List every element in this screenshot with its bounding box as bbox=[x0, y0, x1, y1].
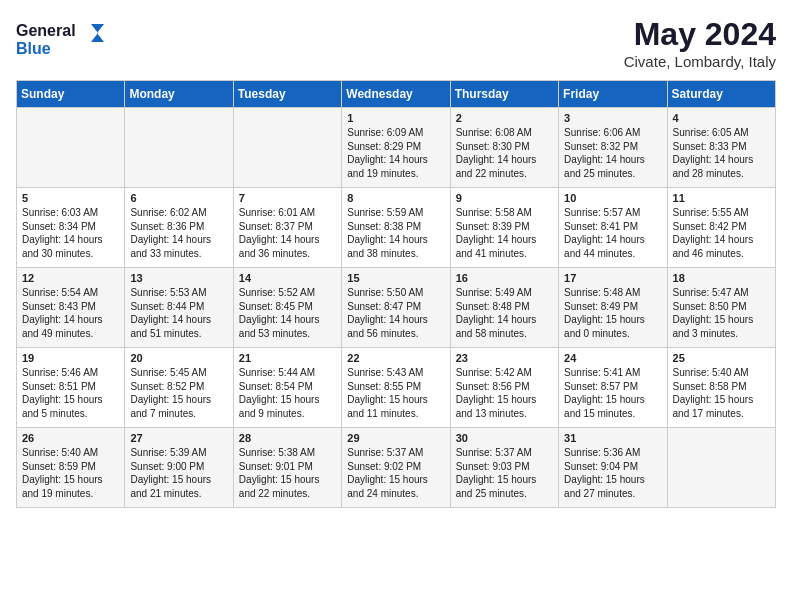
calendar-cell: 29Sunrise: 5:37 AM Sunset: 9:02 PM Dayli… bbox=[342, 428, 450, 508]
day-number: 16 bbox=[456, 272, 553, 284]
calendar-cell: 24Sunrise: 5:41 AM Sunset: 8:57 PM Dayli… bbox=[559, 348, 667, 428]
svg-text:General: General bbox=[16, 22, 76, 39]
calendar-cell: 31Sunrise: 5:36 AM Sunset: 9:04 PM Dayli… bbox=[559, 428, 667, 508]
day-number: 15 bbox=[347, 272, 444, 284]
day-number: 9 bbox=[456, 192, 553, 204]
calendar-cell: 26Sunrise: 5:40 AM Sunset: 8:59 PM Dayli… bbox=[17, 428, 125, 508]
cell-info: Sunrise: 5:37 AM Sunset: 9:02 PM Dayligh… bbox=[347, 446, 444, 500]
calendar-cell: 1Sunrise: 6:09 AM Sunset: 8:29 PM Daylig… bbox=[342, 108, 450, 188]
cell-info: Sunrise: 5:49 AM Sunset: 8:48 PM Dayligh… bbox=[456, 286, 553, 340]
svg-marker-1 bbox=[91, 24, 104, 42]
cell-info: Sunrise: 6:09 AM Sunset: 8:29 PM Dayligh… bbox=[347, 126, 444, 180]
day-number: 28 bbox=[239, 432, 336, 444]
cell-info: Sunrise: 5:37 AM Sunset: 9:03 PM Dayligh… bbox=[456, 446, 553, 500]
calendar-cell bbox=[125, 108, 233, 188]
cell-info: Sunrise: 5:57 AM Sunset: 8:41 PM Dayligh… bbox=[564, 206, 661, 260]
cell-info: Sunrise: 5:36 AM Sunset: 9:04 PM Dayligh… bbox=[564, 446, 661, 500]
cell-info: Sunrise: 6:01 AM Sunset: 8:37 PM Dayligh… bbox=[239, 206, 336, 260]
calendar-cell: 27Sunrise: 5:39 AM Sunset: 9:00 PM Dayli… bbox=[125, 428, 233, 508]
month-title: May 2024 bbox=[624, 16, 776, 53]
calendar-cell bbox=[667, 428, 775, 508]
cell-info: Sunrise: 5:46 AM Sunset: 8:51 PM Dayligh… bbox=[22, 366, 119, 420]
calendar-cell: 5Sunrise: 6:03 AM Sunset: 8:34 PM Daylig… bbox=[17, 188, 125, 268]
calendar-cell: 19Sunrise: 5:46 AM Sunset: 8:51 PM Dayli… bbox=[17, 348, 125, 428]
weekday-header-thursday: Thursday bbox=[450, 81, 558, 108]
weekday-header-saturday: Saturday bbox=[667, 81, 775, 108]
day-number: 11 bbox=[673, 192, 770, 204]
calendar-cell: 22Sunrise: 5:43 AM Sunset: 8:55 PM Dayli… bbox=[342, 348, 450, 428]
cell-info: Sunrise: 5:50 AM Sunset: 8:47 PM Dayligh… bbox=[347, 286, 444, 340]
weekday-header-row: SundayMondayTuesdayWednesdayThursdayFrid… bbox=[17, 81, 776, 108]
day-number: 23 bbox=[456, 352, 553, 364]
cell-info: Sunrise: 6:05 AM Sunset: 8:33 PM Dayligh… bbox=[673, 126, 770, 180]
calendar-cell: 10Sunrise: 5:57 AM Sunset: 8:41 PM Dayli… bbox=[559, 188, 667, 268]
calendar-cell: 2Sunrise: 6:08 AM Sunset: 8:30 PM Daylig… bbox=[450, 108, 558, 188]
calendar-cell: 9Sunrise: 5:58 AM Sunset: 8:39 PM Daylig… bbox=[450, 188, 558, 268]
cell-info: Sunrise: 5:54 AM Sunset: 8:43 PM Dayligh… bbox=[22, 286, 119, 340]
day-number: 7 bbox=[239, 192, 336, 204]
day-number: 10 bbox=[564, 192, 661, 204]
cell-info: Sunrise: 6:02 AM Sunset: 8:36 PM Dayligh… bbox=[130, 206, 227, 260]
day-number: 3 bbox=[564, 112, 661, 124]
location-title: Civate, Lombardy, Italy bbox=[624, 53, 776, 70]
day-number: 12 bbox=[22, 272, 119, 284]
calendar-cell: 16Sunrise: 5:49 AM Sunset: 8:48 PM Dayli… bbox=[450, 268, 558, 348]
calendar-cell: 23Sunrise: 5:42 AM Sunset: 8:56 PM Dayli… bbox=[450, 348, 558, 428]
calendar-cell: 11Sunrise: 5:55 AM Sunset: 8:42 PM Dayli… bbox=[667, 188, 775, 268]
cell-info: Sunrise: 5:40 AM Sunset: 8:58 PM Dayligh… bbox=[673, 366, 770, 420]
week-row-4: 19Sunrise: 5:46 AM Sunset: 8:51 PM Dayli… bbox=[17, 348, 776, 428]
week-row-2: 5Sunrise: 6:03 AM Sunset: 8:34 PM Daylig… bbox=[17, 188, 776, 268]
cell-info: Sunrise: 5:48 AM Sunset: 8:49 PM Dayligh… bbox=[564, 286, 661, 340]
cell-info: Sunrise: 6:08 AM Sunset: 8:30 PM Dayligh… bbox=[456, 126, 553, 180]
page-header: General Blue May 2024 Civate, Lombardy, … bbox=[16, 16, 776, 70]
day-number: 22 bbox=[347, 352, 444, 364]
calendar-cell: 12Sunrise: 5:54 AM Sunset: 8:43 PM Dayli… bbox=[17, 268, 125, 348]
weekday-header-sunday: Sunday bbox=[17, 81, 125, 108]
day-number: 2 bbox=[456, 112, 553, 124]
cell-info: Sunrise: 5:43 AM Sunset: 8:55 PM Dayligh… bbox=[347, 366, 444, 420]
cell-info: Sunrise: 6:06 AM Sunset: 8:32 PM Dayligh… bbox=[564, 126, 661, 180]
day-number: 29 bbox=[347, 432, 444, 444]
week-row-1: 1Sunrise: 6:09 AM Sunset: 8:29 PM Daylig… bbox=[17, 108, 776, 188]
day-number: 19 bbox=[22, 352, 119, 364]
calendar-cell bbox=[233, 108, 341, 188]
day-number: 21 bbox=[239, 352, 336, 364]
cell-info: Sunrise: 5:45 AM Sunset: 8:52 PM Dayligh… bbox=[130, 366, 227, 420]
cell-info: Sunrise: 5:38 AM Sunset: 9:01 PM Dayligh… bbox=[239, 446, 336, 500]
day-number: 6 bbox=[130, 192, 227, 204]
calendar-cell: 15Sunrise: 5:50 AM Sunset: 8:47 PM Dayli… bbox=[342, 268, 450, 348]
week-row-3: 12Sunrise: 5:54 AM Sunset: 8:43 PM Dayli… bbox=[17, 268, 776, 348]
cell-info: Sunrise: 5:44 AM Sunset: 8:54 PM Dayligh… bbox=[239, 366, 336, 420]
svg-text:Blue: Blue bbox=[16, 40, 51, 57]
day-number: 25 bbox=[673, 352, 770, 364]
cell-info: Sunrise: 5:58 AM Sunset: 8:39 PM Dayligh… bbox=[456, 206, 553, 260]
cell-info: Sunrise: 5:42 AM Sunset: 8:56 PM Dayligh… bbox=[456, 366, 553, 420]
cell-info: Sunrise: 5:39 AM Sunset: 9:00 PM Dayligh… bbox=[130, 446, 227, 500]
day-number: 5 bbox=[22, 192, 119, 204]
calendar-cell: 3Sunrise: 6:06 AM Sunset: 8:32 PM Daylig… bbox=[559, 108, 667, 188]
day-number: 30 bbox=[456, 432, 553, 444]
calendar-cell: 8Sunrise: 5:59 AM Sunset: 8:38 PM Daylig… bbox=[342, 188, 450, 268]
logo: General Blue bbox=[16, 16, 106, 61]
calendar-cell: 18Sunrise: 5:47 AM Sunset: 8:50 PM Dayli… bbox=[667, 268, 775, 348]
day-number: 31 bbox=[564, 432, 661, 444]
cell-info: Sunrise: 5:53 AM Sunset: 8:44 PM Dayligh… bbox=[130, 286, 227, 340]
calendar-cell: 17Sunrise: 5:48 AM Sunset: 8:49 PM Dayli… bbox=[559, 268, 667, 348]
cell-info: Sunrise: 5:59 AM Sunset: 8:38 PM Dayligh… bbox=[347, 206, 444, 260]
weekday-header-tuesday: Tuesday bbox=[233, 81, 341, 108]
calendar-cell: 20Sunrise: 5:45 AM Sunset: 8:52 PM Dayli… bbox=[125, 348, 233, 428]
day-number: 13 bbox=[130, 272, 227, 284]
calendar-table: SundayMondayTuesdayWednesdayThursdayFrid… bbox=[16, 80, 776, 508]
calendar-cell: 21Sunrise: 5:44 AM Sunset: 8:54 PM Dayli… bbox=[233, 348, 341, 428]
day-number: 27 bbox=[130, 432, 227, 444]
cell-info: Sunrise: 5:41 AM Sunset: 8:57 PM Dayligh… bbox=[564, 366, 661, 420]
title-block: May 2024 Civate, Lombardy, Italy bbox=[624, 16, 776, 70]
day-number: 8 bbox=[347, 192, 444, 204]
day-number: 14 bbox=[239, 272, 336, 284]
calendar-cell: 25Sunrise: 5:40 AM Sunset: 8:58 PM Dayli… bbox=[667, 348, 775, 428]
calendar-cell: 6Sunrise: 6:02 AM Sunset: 8:36 PM Daylig… bbox=[125, 188, 233, 268]
weekday-header-monday: Monday bbox=[125, 81, 233, 108]
weekday-header-friday: Friday bbox=[559, 81, 667, 108]
cell-info: Sunrise: 6:03 AM Sunset: 8:34 PM Dayligh… bbox=[22, 206, 119, 260]
calendar-cell: 14Sunrise: 5:52 AM Sunset: 8:45 PM Dayli… bbox=[233, 268, 341, 348]
